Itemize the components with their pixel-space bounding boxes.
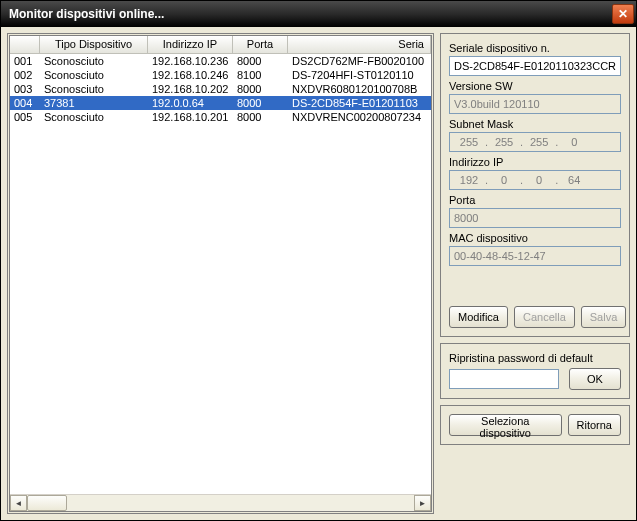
ip-input: 192. 0. 0. 64: [449, 170, 621, 190]
version-input: [449, 94, 621, 114]
cell: 192.168.10.202: [148, 83, 233, 95]
cell: 8000: [233, 55, 288, 67]
modify-button[interactable]: Modifica: [449, 306, 508, 328]
version-label: Versione SW: [449, 80, 621, 92]
cell: 8000: [233, 97, 288, 109]
table-row[interactable]: 001Sconosciuto192.168.10.2368000DS2CD762…: [10, 54, 431, 68]
cell: DS2CD762MF-FB0020100: [288, 55, 431, 67]
col-header-ip[interactable]: Indirizzo IP: [148, 36, 233, 53]
cell: NXDVR6080120100708B: [288, 83, 431, 95]
scroll-track[interactable]: [67, 495, 414, 511]
col-header-type[interactable]: Tipo Dispositivo: [40, 36, 148, 53]
edit-button-row: Modifica Cancella Salva: [449, 306, 621, 328]
window: Monitor dispositivi online... ✕ Tipo Dis…: [0, 0, 637, 521]
device-list-panel: Tipo Dispositivo Indirizzo IP Porta Seri…: [7, 33, 434, 514]
horizontal-scrollbar[interactable]: ◄ ►: [10, 494, 431, 511]
scroll-right-button[interactable]: ►: [414, 495, 431, 511]
window-title: Monitor dispositivi online...: [9, 7, 164, 21]
cell: 001: [10, 55, 40, 67]
mac-label: MAC dispositivo: [449, 232, 621, 244]
cell: Sconosciuto: [40, 111, 148, 123]
ip-label: Indirizzo IP: [449, 156, 621, 168]
cell: 002: [10, 69, 40, 81]
cell: DS-7204HFI-ST0120110: [288, 69, 431, 81]
restore-password-input[interactable]: [449, 369, 559, 389]
cell: 192.168.10.246: [148, 69, 233, 81]
cell: 192.0.0.64: [148, 97, 233, 109]
scroll-thumb[interactable]: [27, 495, 67, 511]
cell: 192.168.10.201: [148, 111, 233, 123]
port-label: Porta: [449, 194, 621, 206]
table-row[interactable]: 002Sconosciuto192.168.10.2468100DS-7204H…: [10, 68, 431, 82]
col-header-index[interactable]: [10, 36, 40, 53]
table-row[interactable]: 00437381192.0.0.648000DS-2CD854F-E012011…: [10, 96, 431, 110]
close-button[interactable]: ✕: [612, 4, 634, 24]
bottom-button-group: Seleziona dispositivo Ritorna: [440, 405, 630, 445]
port-input: [449, 208, 621, 228]
cell: 005: [10, 111, 40, 123]
cell: Sconosciuto: [40, 83, 148, 95]
restore-password-label: Ripristina password di default: [449, 352, 621, 364]
cell: 004: [10, 97, 40, 109]
delete-button[interactable]: Cancella: [514, 306, 575, 328]
serial-input[interactable]: [449, 56, 621, 76]
close-icon: ✕: [618, 7, 628, 21]
cell: DS-2CD854F-E01201103: [288, 97, 431, 109]
subnet-label: Subnet Mask: [449, 118, 621, 130]
cell: Sconosciuto: [40, 55, 148, 67]
scroll-left-button[interactable]: ◄: [10, 495, 27, 511]
titlebar: Monitor dispositivi online... ✕: [1, 1, 636, 27]
cell: 37381: [40, 97, 148, 109]
col-header-port[interactable]: Porta: [233, 36, 288, 53]
table-header-row: Tipo Dispositivo Indirizzo IP Porta Seri…: [10, 36, 431, 54]
cell: 003: [10, 83, 40, 95]
serial-label: Seriale dispositivo n.: [449, 42, 621, 54]
cell: 8000: [233, 111, 288, 123]
subnet-input: 255. 255. 255. 0: [449, 132, 621, 152]
device-details-group: Seriale dispositivo n. Versione SW Subne…: [440, 33, 630, 337]
ok-button[interactable]: OK: [569, 368, 621, 390]
return-button[interactable]: Ritorna: [568, 414, 621, 436]
restore-password-group: Ripristina password di default OK: [440, 343, 630, 399]
cell: 8100: [233, 69, 288, 81]
mac-input: [449, 246, 621, 266]
device-table: Tipo Dispositivo Indirizzo IP Porta Seri…: [9, 35, 432, 512]
table-body: 001Sconosciuto192.168.10.2368000DS2CD762…: [10, 54, 431, 494]
content: Tipo Dispositivo Indirizzo IP Porta Seri…: [1, 27, 636, 520]
details-panel: Seriale dispositivo n. Versione SW Subne…: [440, 33, 630, 514]
restore-password-row: OK: [449, 368, 621, 390]
cell: Sconosciuto: [40, 69, 148, 81]
cell: 8000: [233, 83, 288, 95]
col-header-serial[interactable]: Seria: [288, 36, 431, 53]
cell: 192.168.10.236: [148, 55, 233, 67]
select-device-button[interactable]: Seleziona dispositivo: [449, 414, 562, 436]
bottom-button-row: Seleziona dispositivo Ritorna: [449, 414, 621, 436]
save-button[interactable]: Salva: [581, 306, 627, 328]
cell: NXDVRENC00200807234: [288, 111, 431, 123]
table-row[interactable]: 005Sconosciuto192.168.10.2018000NXDVRENC…: [10, 110, 431, 124]
table-row[interactable]: 003Sconosciuto192.168.10.2028000NXDVR608…: [10, 82, 431, 96]
